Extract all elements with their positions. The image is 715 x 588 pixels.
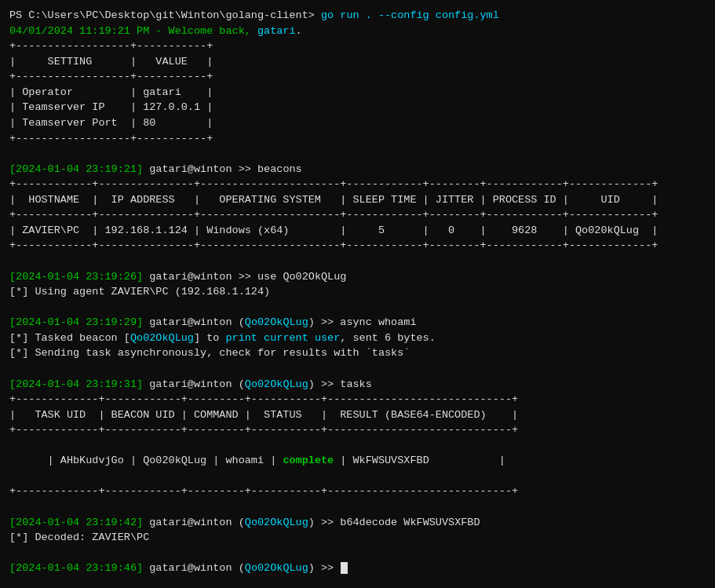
cmd5-line: [2024-01-04 23:19:42] gatari@winton (Qo0… — [9, 515, 706, 531]
cmd5-command: b64decode WkFWSUVSXFBD — [340, 517, 480, 528]
cmd2-line: [2024-01-04 23:19:26] gatari@winton >> u… — [9, 269, 706, 285]
tasks-row-status: complete — [283, 455, 334, 466]
cmd2-sep: >> — [232, 271, 257, 283]
settings-border-bot: +------------------+-----------+ — [9, 131, 706, 147]
cmd3-info2-line: [*] Sending task asynchronously, check f… — [9, 345, 706, 361]
settings-row-operator: | Operator | gatari | — [9, 85, 706, 100]
cmd1-sep: >> — [232, 163, 257, 175]
beacons-border-top: +------------+---------------+----------… — [9, 177, 706, 192]
cmd5-uid: Qo02OkQLug — [245, 517, 308, 528]
cmd4-paren-close: ) — [308, 378, 315, 390]
ps-path: PS C:\Users\PC\Desktop\git\Winton\golang… — [9, 9, 315, 21]
cmd3-info1-pre: [*] Tasked beacon [ — [9, 332, 130, 344]
blank-6 — [9, 546, 706, 561]
cmd5-paren-close: ) — [308, 517, 315, 528]
blank-4 — [9, 361, 706, 377]
settings-row-teamserver-port: | Teamserver Port | 80 | — [9, 115, 706, 131]
blank-3 — [9, 300, 706, 316]
cmd2-user: gatari@winton — [149, 271, 232, 283]
cmd5-sep: >> — [315, 517, 340, 528]
cmd4-sep: >> — [315, 378, 340, 390]
cmd2-command: use Qo02OkQLug — [257, 271, 346, 283]
blank-2 — [9, 254, 706, 269]
tasks-row-end: | — [429, 455, 505, 466]
cmd2-info: [*] Using agent ZAVIER\PC (192.168.1.124… — [9, 286, 270, 298]
tasks-border-bot: +-------------+------------+---------+--… — [9, 484, 706, 499]
beacons-header: | HOSTNAME | IP ADDRESS | OPERATING SYST… — [9, 192, 706, 208]
tasks-row-sep3: | — [264, 455, 283, 466]
tasks-row-sep1: | — [124, 455, 143, 466]
tasks-table: +-------------+------------+---------+--… — [9, 392, 706, 499]
tasks-row-pre: | — [48, 455, 60, 466]
cmd1-line: [2024-01-04 23:19:21] gatari@winton >> b… — [9, 162, 706, 177]
cmd3-command: async whoami — [340, 316, 416, 328]
cmd1-timestamp: [2024-01-04 23:19:21] — [9, 163, 143, 175]
cmd6-user: gatari@winton ( — [149, 562, 245, 574]
cmd6-line: [2024-01-04 23:19:46] gatari@winton (Qo0… — [9, 561, 706, 576]
settings-row-teamserver-ip: | Teamserver IP | 127.0.0.1 | — [9, 100, 706, 115]
cmd6-timestamp: [2024-01-04 23:19:46] — [9, 562, 143, 574]
settings-table: +------------------+-----------+ | SETTI… — [9, 38, 706, 146]
cmd2-timestamp: [2024-01-04 23:19:26] — [9, 271, 143, 283]
ps-command: go run . --config config.yml — [315, 9, 499, 21]
cmd4-uid: Qo02OkQLug — [245, 378, 308, 390]
cmd2-info-line: [*] Using agent ZAVIER\PC (192.168.1.124… — [9, 284, 706, 300]
cmd5-timestamp: [2024-01-04 23:19:42] — [9, 517, 143, 528]
cmd3-line: [2024-01-04 23:19:29] gatari@winton (Qo0… — [9, 315, 706, 331]
settings-header-row: | SETTING | VALUE | — [9, 54, 706, 70]
beacons-border-bot: +------------+---------------+----------… — [9, 238, 706, 254]
tasks-row-beaconuid: Qo020kQLug — [143, 455, 206, 466]
cmd3-timestamp: [2024-01-04 23:19:29] — [9, 316, 143, 328]
cmd1-user: gatari@winton — [149, 163, 232, 175]
tasks-border-mid: +-------------+------------+---------+--… — [9, 422, 706, 438]
cmd3-user: gatari@winton ( — [149, 316, 245, 328]
cmd5-info-line: [*] Decoded: ZAVIER\PC — [9, 530, 706, 546]
cmd3-uid: Qo02OkQLug — [245, 316, 308, 328]
beacons-table: +------------+---------------+----------… — [9, 177, 706, 254]
welcome-username: gatari — [257, 25, 296, 37]
cmd4-command: tasks — [340, 378, 372, 390]
settings-border-mid: +------------------+-----------+ — [9, 69, 706, 85]
cmd3-info1-line: [*] Tasked beacon [Qo02OkQLug] to print … — [9, 331, 706, 346]
tasks-row-sep4: | — [334, 455, 352, 466]
beacons-data-row: | ZAVIER\PC | 192.168.1.124 | Windows (x… — [9, 223, 706, 239]
tasks-row-taskuid: AHbKudvjGo — [60, 455, 124, 466]
welcome-datetime: 04/01/2024 11:19:21 PM - Welcome back, — [9, 25, 257, 37]
cmd6-uid: Qo02OkQLug — [245, 562, 308, 574]
cmd3-sep: >> — [315, 316, 340, 328]
blank-5 — [9, 499, 706, 515]
tasks-row-command: whoami — [225, 455, 264, 466]
tasks-row-result: WkFWSUVSXFBD — [353, 455, 429, 466]
cmd1-command: beacons — [257, 163, 302, 175]
cmd4-timestamp: [2024-01-04 23:19:31] — [9, 378, 143, 390]
settings-border-top: +------------------+-----------+ — [9, 38, 706, 54]
cmd4-line: [2024-01-04 23:19:31] gatari@winton (Qo0… — [9, 377, 706, 393]
cmd3-paren-close: ) — [308, 316, 315, 328]
cmd5-info: [*] Decoded: ZAVIER\PC — [9, 531, 149, 543]
tasks-border-top: +-------------+------------+---------+--… — [9, 392, 706, 407]
terminal-window: PS C:\Users\PC\Desktop\git\Winton\golang… — [9, 8, 706, 576]
tasks-row-sep2: | — [206, 455, 225, 466]
cursor-block — [341, 562, 348, 574]
cmd3-info2: [*] Sending task asynchronously, check f… — [9, 347, 410, 359]
cmd5-user: gatari@winton ( — [149, 517, 245, 528]
tasks-data-row: | AHbKudvjGo | Qo020kQLug | whoami | com… — [9, 438, 706, 484]
tasks-header: | TASK UID | BEACON UID | COMMAND | STAT… — [9, 407, 706, 423]
cmd6-sep: >> — [315, 562, 340, 574]
blank-1 — [9, 146, 706, 162]
cmd4-user: gatari@winton ( — [149, 378, 245, 390]
cmd3-info1-action: print current user — [225, 332, 340, 344]
cmd3-info1-uid: Qo02OkQLug — [130, 332, 194, 344]
welcome-period: . — [296, 25, 302, 37]
cmd6-paren-close: ) — [308, 562, 315, 574]
welcome-line: 04/01/2024 11:19:21 PM - Welcome back, g… — [9, 24, 706, 39]
cmd3-info1-end: , sent 6 bytes. — [340, 332, 436, 344]
ps-prompt-line: PS C:\Users\PC\Desktop\git\Winton\golang… — [9, 8, 706, 24]
cmd3-info1-mid: ] to — [194, 332, 226, 344]
beacons-border-mid: +------------+---------------+----------… — [9, 207, 706, 223]
